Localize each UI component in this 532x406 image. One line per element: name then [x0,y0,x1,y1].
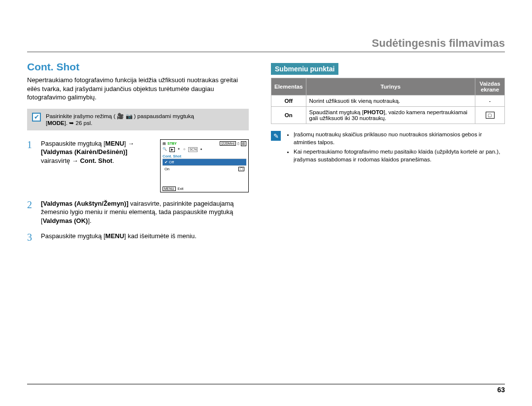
note-line1a: Pasirinkite įrašymo režimą ( [46,113,117,119]
submenu-heading: Submeniu punktai [271,63,338,75]
cell-off-desc: Norint užfiksuoti tik vieną nuotrauką. [306,95,475,107]
screen-off-item[interactable]: ✔ Off [163,158,246,165]
step-2-num: 2 [27,199,35,225]
cell-on-el: On [271,107,306,124]
screen-menu-title: Cont. Shot [163,154,246,158]
stby-label: STBY [167,142,177,145]
note-bracket-close: ]. [65,120,69,126]
rec-time: [220Min] [220,141,236,146]
battery-icon: ▥ [241,141,246,146]
cell-off-icon: - [475,95,505,107]
mode-label: MODE [47,120,65,126]
info-icon: ✎ [271,131,281,141]
note-line1b: ) paspausdami mygtuką [134,113,194,119]
camera-icon: 📷 [126,113,133,119]
note-pageref: 26 psl. [76,120,93,126]
th-elementas: Elementas [271,78,306,95]
doc-icon: ▤ [163,142,166,146]
sd-icon: ▯ [237,142,239,146]
step-2-text: [Valdymas (Aukštyn/Žemyn)] vairasvirte, … [41,199,249,225]
sun-icon: ☼ [183,147,186,152]
exit-label: Exit [178,187,184,190]
video-icon: 🎥 [117,113,124,119]
rec-icon: ● [200,147,202,152]
intro-text: Nepertraukiamo fotografavimo funkcija le… [27,76,249,102]
step-3-text: Paspauskite mygtuką [MENU] kad išeitumėt… [41,232,249,243]
sparkle-icon: ✦ [177,147,180,152]
step-1-text: Paspauskite mygtuką [MENU] → [Valdymas (… [41,139,151,192]
cont-shot-icon-mini: ▢ [238,167,244,171]
th-vaizdas: Vaizdasekrane [475,78,505,95]
page-number: 63 [27,384,505,394]
info-note-box: ✎ Įrašomų nuotraukų skaičius priklauso n… [271,131,505,165]
step-1-num: 1 [27,139,35,192]
th-turinys: Turinys [306,78,475,95]
camera-screen-mock: ▤ STBY [220Min] ▯ ▥ 🔍 ▶ [160,139,249,192]
section-title: Cont. Shot [27,61,249,73]
scn-icon: SCN [188,147,198,152]
table-row: Off Norint užfiksuoti tik vieną nuotrauk… [271,95,505,107]
cont-shot-display-icon: ▢ [486,112,495,119]
screen-on-item[interactable]: On ▢ [163,165,246,172]
cell-off-el: Off [271,95,306,107]
arrow-icon: ➥ [69,120,74,126]
check-icon: ✔ [32,113,41,122]
step-3-num: 3 [27,232,35,243]
info-bullet-2: Kai nepertraukiamo fotografavimo metu pa… [294,148,505,163]
table-row: On Spaudžiant mygtuką [PHOTO], vaizdo ka… [271,107,505,124]
note-box: ✔ Pasirinkite įrašymo režimą ( 🎥 📷 ) pas… [27,109,249,130]
chapter-title: Sudėtingesnis filmavimas [27,37,505,50]
q-icon: 🔍 [163,147,167,152]
info-bullet-1: Įrašomų nuotraukų skaičius priklauso nuo… [294,131,505,146]
menu-button-mini[interactable]: MENU [163,187,176,191]
cell-on-desc: Spaudžiant mygtuką [PHOTO], vaizdo kamer… [306,107,475,124]
video-mini-icon: ▶ [169,147,175,152]
cell-on-icon: ▢ [475,107,505,124]
submenu-table: Elementas Turinys Vaizdasekrane Off Nori… [271,78,505,124]
